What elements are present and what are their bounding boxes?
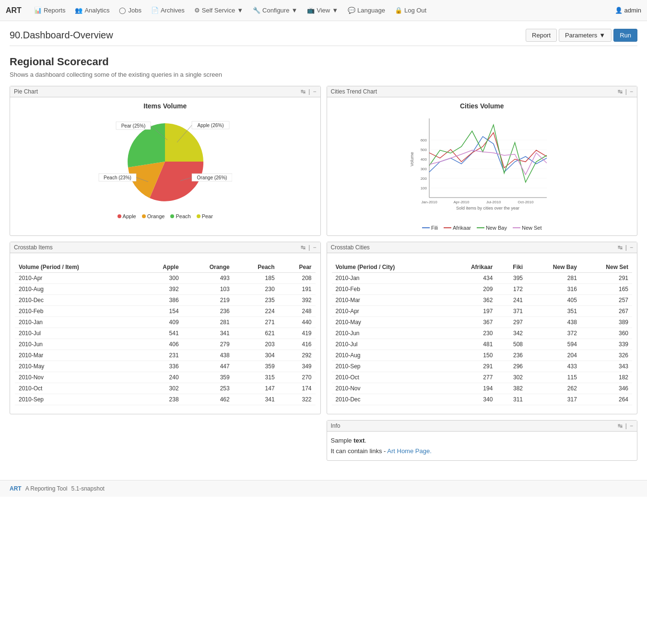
table-row: 2010-Jun406279203416 <box>15 339 316 350</box>
nav-language[interactable]: 💬 Language <box>343 7 390 14</box>
table-cell: 248 <box>279 306 316 317</box>
table-row: 2010-May367297438389 <box>332 317 633 328</box>
nav-jobs[interactable]: ◯ Jobs <box>114 7 146 14</box>
table-cell: 2010-Mar <box>332 295 447 306</box>
separator: | <box>308 88 310 95</box>
pie-label-apple: Apple (26%) <box>198 123 224 128</box>
pie-chart-svg-container: Pear (25%) Apple (26%) Orange (26%) Peac… <box>15 114 316 210</box>
crosstab-cities-panel: Crosstab Cities ↹ | − Volume (Period / C… <box>327 242 638 414</box>
nav-brand[interactable]: ART <box>6 6 22 15</box>
nav-view[interactable]: 📺 View ▼ <box>302 7 343 14</box>
legend-label-afrikaar: Afrikaar <box>453 225 471 231</box>
dropdown-caret-icon: ▼ <box>237 7 243 14</box>
table-cell: 359 <box>183 372 234 383</box>
table-cell: 342 <box>496 328 527 339</box>
table-cell: 203 <box>234 339 279 350</box>
table-row: 2010-Apr197371351267 <box>332 306 633 317</box>
nav-self-service[interactable]: ⚙ Self Service ▼ <box>189 7 248 14</box>
legend-label-orange: Orange <box>147 213 165 219</box>
nav-logout[interactable]: 🔒 Log Out <box>390 7 431 14</box>
minimize-icon[interactable]: − <box>630 422 633 429</box>
self-service-icon: ⚙ <box>194 7 200 14</box>
legend-afrikaar: Afrikaar <box>444 225 471 231</box>
table-cell: 271 <box>234 317 279 328</box>
table-cell: 317 <box>527 394 581 405</box>
legend-dash-afrikaar <box>444 227 451 228</box>
y-tick-100: 100 <box>420 186 427 190</box>
separator: | <box>625 422 627 429</box>
table-cell: 2010-Apr <box>332 306 447 317</box>
info-text-line2: It can contain links - Art Home Page. <box>331 446 634 457</box>
table-cell: 367 <box>446 317 496 328</box>
table-cell: 2010-Oct <box>15 383 139 394</box>
nav-analytics[interactable]: 👥 Analytics <box>70 7 114 14</box>
minimize-icon[interactable]: − <box>630 244 633 251</box>
x-tick-apr: Apr-2010 <box>453 200 469 204</box>
table-cell: 382 <box>496 383 527 394</box>
nav-configure[interactable]: 🔧 Configure ▼ <box>248 7 302 14</box>
scorecard-title: Regional Scorecard <box>10 56 637 68</box>
table-row: 2010-Dec340311317264 <box>332 394 633 405</box>
x-tick-oct: Oct-2010 <box>518 200 533 204</box>
table-cell: 236 <box>496 350 527 361</box>
nav-reports[interactable]: 📊 Reports <box>29 7 71 14</box>
art-home-link[interactable]: Art Home Page. <box>387 447 432 455</box>
table-cell: 194 <box>446 383 496 394</box>
resize-icon[interactable]: ↹ <box>618 88 623 95</box>
table-cell: 409 <box>139 317 182 328</box>
minimize-icon[interactable]: − <box>630 88 633 95</box>
table-cell: 438 <box>527 317 581 328</box>
pie-chart-panel: Pie Chart ↹ | − Items Volume <box>10 86 321 236</box>
parameters-button[interactable]: Parameters ▼ <box>559 29 612 42</box>
pie-slice-peach <box>128 123 165 167</box>
table-cell: 434 <box>446 273 496 284</box>
table-cell: 115 <box>527 372 581 383</box>
table-cell: 2010-Dec <box>332 394 447 405</box>
legend-dot-orange <box>142 214 146 218</box>
legend-label-newset: New Set <box>522 225 542 231</box>
table-cell: 238 <box>139 394 182 405</box>
resize-icon[interactable]: ↹ <box>301 244 306 251</box>
legend-dot-peach <box>170 214 174 218</box>
col-newbay: New Bay <box>527 262 581 273</box>
dropdown-caret-icon: ▼ <box>332 7 338 14</box>
table-cell: 191 <box>279 284 316 295</box>
table-cell: 262 <box>527 383 581 394</box>
bar-chart-icon: 📊 <box>34 7 42 14</box>
archives-icon: 📄 <box>151 7 159 14</box>
table-row: 2010-Oct302253147174 <box>15 383 316 394</box>
table-cell: 462 <box>183 394 234 405</box>
legend-fili: Fili <box>422 225 438 231</box>
table-cell: 204 <box>527 350 581 361</box>
resize-icon[interactable]: ↹ <box>618 422 623 429</box>
footer-brand[interactable]: ART <box>10 485 22 492</box>
pie-chart-body: Items Volume <box>10 97 320 224</box>
table-cell: 231 <box>139 350 182 361</box>
crosstab-cities-panel-title: Crosstab Cities <box>331 244 370 251</box>
run-button[interactable]: Run <box>613 29 637 42</box>
resize-icon[interactable]: ↹ <box>301 88 306 95</box>
pie-label-pear: Pear (25%) <box>121 123 146 129</box>
col-pear: Pear <box>279 262 316 273</box>
crosstab-cities-body: Volume (Period / City) Afrikaar Fiki New… <box>327 253 637 414</box>
separator: | <box>625 244 627 251</box>
resize-icon[interactable]: ↹ <box>618 244 623 251</box>
crosstab-items-header-row: Volume (Period / Item) Apple Orange Peac… <box>15 262 316 273</box>
col-orange: Orange <box>183 262 234 273</box>
dropdown-caret-icon: ▼ <box>291 7 297 14</box>
view-icon: 📺 <box>307 7 315 14</box>
table-cell: 150 <box>446 350 496 361</box>
info-panel-body: Sample text. It can contain links - Art … <box>327 432 637 460</box>
table-cell: 154 <box>139 306 182 317</box>
crosstab-cities-panel-header: Crosstab Cities ↹ | − <box>327 242 637 253</box>
table-row: 2010-Jan434395281291 <box>332 273 633 284</box>
table-cell: 2010-Aug <box>15 284 139 295</box>
minimize-icon[interactable]: − <box>313 88 316 95</box>
report-button[interactable]: Report <box>526 29 557 42</box>
logout-icon: 🔒 <box>395 7 402 14</box>
info-link-pre: It can contain links - <box>331 447 388 455</box>
table-cell: 291 <box>446 361 496 372</box>
x-tick-jul: Jul-2010 <box>486 200 501 204</box>
minimize-icon[interactable]: − <box>313 244 316 251</box>
nav-archives[interactable]: 📄 Archives <box>146 7 189 14</box>
